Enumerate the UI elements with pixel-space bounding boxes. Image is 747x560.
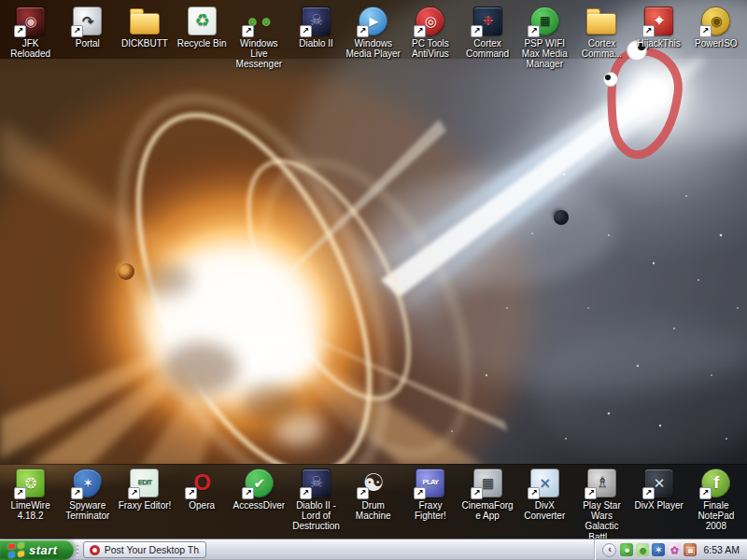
limewire-icon: ❂↗ (16, 468, 46, 497)
desktop-icon-diablo-ii[interactable]: ☠↗Diablo II (288, 6, 345, 70)
icon-label: Opera (189, 500, 215, 511)
desktop-icon-accessdiver[interactable]: ✔↗AccessDiver (231, 468, 288, 542)
tray-icon-green-app[interactable]: ● (620, 543, 633, 556)
icon-label: DivX Player (635, 500, 684, 511)
desktop-icon-cortex-comma-folder[interactable]: Cortex Comma... (573, 6, 630, 70)
spyware-terminator-glyph: ✶ (83, 477, 92, 489)
start-button[interactable]: start (0, 539, 74, 560)
play-star-wars-glyph: ♗ (596, 475, 608, 490)
windows-media-player-glyph: ▶ (369, 15, 377, 27)
icon-label: PSP WIFI Max Media Manager (516, 38, 572, 70)
tray-icon-alert[interactable]: ▣ (684, 543, 697, 556)
tray-collapse-chevron-icon[interactable]: ‹ (602, 543, 616, 557)
spyware-terminator-icon: ✶↗ (73, 468, 103, 497)
pc-tools-antivirus-glyph: ◎ (425, 14, 436, 28)
icon-label: Diablo II (299, 38, 333, 49)
shortcut-arrow-icon: ↗ (642, 487, 655, 499)
shortcut-arrow-icon: ↗ (414, 487, 426, 499)
windows-logo-icon (8, 542, 24, 558)
fraxy-fighter-icon: PLAY↗ (416, 468, 445, 497)
desktop-icon-divx-player[interactable]: ✕↗DivX Player (630, 468, 687, 542)
folder-icon (586, 13, 616, 35)
icon-label: Cortex Comma... (573, 38, 629, 59)
divx-converter-icon: ✕↗ (529, 468, 559, 497)
recycle-bin-glyph: ♻ (195, 12, 209, 29)
desktop-icon-drum-machine[interactable]: ☯↗Drum Machine (345, 468, 402, 542)
shortcut-arrow-icon: ↗ (242, 25, 254, 37)
icon-label: Portal (76, 38, 100, 49)
icon-label: AccessDiver (233, 500, 286, 511)
desktop-icon-divx-converter[interactable]: ✕↗DivX Converter (516, 468, 573, 542)
icon-label: Drum Machine (345, 500, 402, 521)
icon-label: Diablo II - Lord of Destruction (289, 500, 345, 532)
desktop-icon-portal[interactable]: ↷↗Portal (59, 6, 116, 70)
icon-label: PowerISO (695, 38, 738, 49)
icon-label: PC Tools AntiVirus (402, 38, 458, 59)
icon-label: JFK Reloaded (3, 38, 59, 59)
portal-icon: ↷↗ (73, 6, 103, 35)
shortcut-arrow-icon: ↗ (471, 25, 483, 37)
fraxy-editor-glyph: EDIT (138, 479, 151, 486)
limewire-glyph: ❂ (25, 476, 36, 490)
cortex-command-glyph: ❉ (483, 14, 493, 27)
shortcut-arrow-icon: ↗ (585, 487, 597, 499)
dickbutt-folder-icon (130, 6, 160, 35)
desktop-icon-diablo-ii-lod[interactable]: ☠↗Diablo II - Lord of Destruction (288, 468, 345, 542)
finale-notepad-icon: f↗ (701, 468, 731, 497)
desktop-icon-cortex-command[interactable]: ❉↗Cortex Command (459, 6, 516, 70)
shortcut-arrow-icon: ↗ (14, 25, 26, 37)
divx-converter-glyph: ✕ (539, 476, 550, 490)
desktop-icon-fraxy-fighter[interactable]: PLAY↗Fraxy Fighter! (402, 468, 458, 542)
icon-label: Windows Live Messenger (231, 38, 287, 70)
icon-label: Cortex Command (459, 38, 515, 59)
desktop-icon-play-star-wars[interactable]: ♗↗Play Star Wars Galactic Battl... (573, 468, 630, 542)
taskbar-clock: 6:53 AM (703, 544, 740, 555)
desktop-icon-opera[interactable]: O↗Opera (174, 468, 231, 542)
windows-media-player-icon: ▶↗ (359, 6, 388, 35)
desktop-icon-poweriso[interactable]: ◉↗PowerISO (687, 6, 744, 70)
task-button-post-your-desktop[interactable]: Post Your Desktop Th... (83, 541, 206, 558)
quick-launch-handle[interactable] (74, 539, 82, 560)
icon-label: DivX Converter (516, 500, 572, 521)
small-orange-planet (118, 263, 134, 280)
desktop-icon-psp-wifi-max-media-manager[interactable]: ▦↗PSP WIFI Max Media Manager (516, 6, 573, 70)
fraxy-editor-icon: EDIT↗ (130, 468, 160, 497)
divx-player-icon: ✕↗ (644, 468, 674, 497)
system-tray: ‹ ●☻✶✿▣ 6:53 AM (596, 539, 747, 560)
desktop-icons-top-row: ◉↗JFK Reloaded↷↗PortalDICKBUTT♻Recycle B… (2, 6, 745, 70)
icon-label: LimeWire 4.18.2 (3, 500, 59, 521)
desktop-icon-hijackthis[interactable]: ⌖↗HijackThis (630, 6, 687, 70)
shortcut-arrow-icon: ↗ (14, 487, 26, 499)
fraxy-fighter-glyph: PLAY (423, 479, 439, 486)
desktop: ◉↗JFK Reloaded↷↗PortalDICKBUTT♻Recycle B… (0, 0, 747, 560)
shortcut-arrow-icon: ↗ (185, 487, 197, 499)
desktop-icon-spyware-terminator[interactable]: ✶↗Spyware Terminator (59, 468, 116, 542)
task-button-label: Post Your Desktop Th... (105, 544, 200, 555)
desktop-icon-recycle-bin[interactable]: ♻Recycle Bin (174, 6, 231, 70)
tray-icon-spyware-terminator[interactable]: ✶ (652, 543, 665, 556)
desktop-icon-windows-live-messenger[interactable]: ☻☻↗Windows Live Messenger (231, 6, 288, 70)
desktop-icon-cinemaforge-app[interactable]: ▦↗CinemaForge App (459, 468, 516, 542)
tray-icon-pinwheel[interactable]: ✿ (668, 543, 681, 556)
desktop-icon-dickbutt-folder[interactable]: DICKBUTT (116, 6, 173, 70)
desktop-icon-fraxy-editor[interactable]: EDIT↗Fraxy Editor! (116, 468, 173, 542)
shortcut-arrow-icon: ↗ (128, 487, 140, 499)
start-button-label: start (29, 543, 58, 557)
recycle-bin-icon: ♻ (187, 6, 217, 35)
divx-player-glyph: ✕ (654, 476, 665, 490)
hijackthis-glyph: ⌖ (655, 13, 663, 28)
desktop-icon-finale-notepad[interactable]: f↗Finale NotePad 2008 (687, 468, 744, 542)
desktop-icon-limewire[interactable]: ❂↗LimeWire 4.18.2 (2, 468, 59, 542)
accessdiver-glyph: ✔ (254, 476, 265, 490)
tray-icon-messenger-status[interactable]: ☻ (636, 543, 649, 556)
shortcut-arrow-icon: ↗ (300, 487, 312, 499)
desktop-icon-pc-tools-antivirus[interactable]: ◎↗PC Tools AntiVirus (402, 6, 458, 70)
play-star-wars-icon: ♗↗ (586, 468, 616, 497)
desktop-icon-jfk-reloaded[interactable]: ◉↗JFK Reloaded (2, 6, 59, 70)
browser-task-icon (90, 545, 100, 555)
cinemaforge-app-glyph: ▦ (482, 476, 493, 489)
shortcut-arrow-icon: ↗ (414, 25, 426, 37)
desktop-icon-windows-media-player[interactable]: ▶↗Windows Media Player (345, 6, 402, 70)
shortcut-arrow-icon: ↗ (71, 487, 83, 499)
icon-label: Fraxy Fighter! (402, 500, 458, 521)
